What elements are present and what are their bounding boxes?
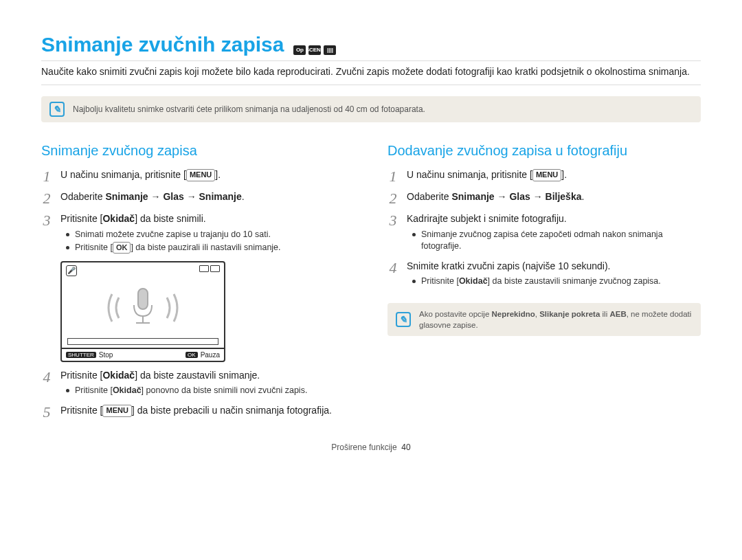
text: Odaberite (407, 191, 451, 202)
text: U načinu snimanja, pritisnite [ (60, 169, 186, 180)
footer-section: Proširene funkcije (331, 443, 396, 452)
mode-icon-scene: SCENE (308, 45, 321, 55)
step-body: Odaberite Snimanje → Glas → Bilješka. (407, 190, 701, 207)
left-column: Snimanje zvučnog zapisa 1 U načinu snima… (41, 143, 355, 426)
left-step-3: 3 Pritisnite [Okidač] da biste snimili. … (41, 212, 355, 256)
right-column: Dodavanje zvučnog zapisa u fotografiju 1… (387, 143, 701, 426)
text: ] da biste zaustavili snimanje. (135, 370, 260, 381)
step-number: 2 (387, 190, 398, 207)
note-icon: ✎ (49, 102, 65, 117)
step-number: 2 (41, 190, 52, 207)
bullets: Pritisnite [Okidač] ponovno da biste sni… (60, 385, 355, 397)
text-bold: Okidač (102, 370, 135, 381)
page: Snimanje zvučnih zapisa Op SCENE |||| Na… (0, 0, 742, 452)
left-step-4: 4 Pritisnite [Okidač] da biste zaustavil… (41, 369, 355, 399)
left-heading: Snimanje zvučnog zapisa (41, 143, 355, 159)
step-body: Pritisnite [Okidač] da biste snimili. Sn… (60, 212, 355, 256)
bullets: Snimanje zvučnog zapisa ćete započeti od… (407, 229, 701, 253)
stop-label: Stop (99, 351, 113, 359)
text-bold: Snimanje → Glas → Snimanje (105, 191, 241, 202)
left-step-1: 1 U načinu snimanja, pritisnite [MENU]. (41, 168, 355, 185)
progress-bar (67, 338, 218, 345)
left-step-5: 5 Pritisnite [MENU] da biste prebacili u… (41, 404, 355, 421)
step-number: 3 (41, 212, 52, 256)
menu-button-label: MENU (186, 169, 215, 181)
text: Kadrirajte subjekt i snimite fotografiju… (407, 213, 567, 224)
step-number: 5 (41, 404, 52, 421)
text: Pritisnite [ (60, 405, 102, 416)
tip-text: Najbolju kvalitetu snimke ostvariti ćete… (73, 104, 425, 114)
mic-area (62, 276, 224, 338)
progress-row: 00:00:01 (62, 338, 224, 348)
menu-button-label: MENU (102, 405, 131, 416)
mode-icon-dis: |||| (324, 45, 336, 55)
text-bold: Okidač (102, 213, 135, 224)
step-body: U načinu snimanja, pritisnite [MENU]. (407, 168, 701, 185)
columns: Snimanje zvučnog zapisa 1 U načinu snima… (41, 143, 701, 426)
step-number: 4 (41, 369, 52, 399)
text: Pritisnite [Okidač] ponovno da biste sni… (75, 385, 307, 397)
page-number: 40 (401, 443, 410, 452)
step-number: 4 (387, 260, 398, 289)
text: Snimati možete zvučne zapise u trajanju … (75, 229, 271, 241)
text: U načinu snimanja, pritisnite [ (407, 169, 532, 180)
bullet: Pritisnite [OK] da biste pauzirali ili n… (66, 242, 355, 254)
mode-icon-p: Op (293, 45, 306, 55)
text: ] da biste prebacili u način snimanja fo… (132, 405, 332, 416)
note-icon: ✎ (396, 312, 411, 327)
step-body: Pritisnite [MENU] da biste prebacili u n… (60, 404, 355, 421)
text: Pritisnite [OK] da biste pauzirali ili n… (75, 242, 281, 254)
bullet: Pritisnite [Okidač] da biste zaustavili … (412, 276, 701, 288)
bullet: Pritisnite [Okidač] ponovno da biste sni… (66, 385, 355, 397)
screen-bottombar: SHUTTERStop OKPauza (62, 348, 224, 361)
step-body: U načinu snimanja, pritisnite [MENU]. (60, 168, 355, 185)
step-body: Kadrirajte subjekt i snimite fotografiju… (407, 212, 701, 254)
svg-rect-0 (138, 289, 148, 309)
step-body: Pritisnite [Okidač] da biste zaustavili … (60, 369, 355, 399)
text: Pritisnite [Okidač] da biste zaustavili … (421, 276, 661, 288)
bullet: Snimati možete zvučne zapise u trajanju … (66, 229, 355, 241)
right-step-2: 2 Odaberite Snimanje → Glas → Bilješka. (387, 190, 701, 207)
text: ]. (561, 169, 567, 180)
warning-box: ✎ Ako postavite opcije Neprekidno, Slika… (387, 303, 701, 336)
text: Odaberite (60, 191, 105, 202)
shutter-stop: SHUTTERStop (62, 349, 117, 361)
ok-button-label: OK (113, 242, 131, 254)
text: ]. (215, 169, 221, 180)
step-number: 3 (387, 212, 398, 254)
step-number: 1 (387, 168, 398, 185)
mode-icons: Op SCENE |||| (293, 45, 336, 55)
text: . (581, 191, 584, 202)
text: Pritisnite [ (60, 213, 102, 224)
bullets: Pritisnite [Okidač] da biste zaustavili … (407, 276, 701, 288)
right-step-4: 4 Snimite kratki zvučni zapis (najviše 1… (387, 260, 701, 289)
bullet: Snimanje zvučnog zapisa ćete započeti od… (412, 229, 701, 253)
ok-pause: OKPauza (181, 349, 224, 361)
shutter-label: SHUTTER (66, 352, 96, 358)
ok-label: OK (186, 352, 198, 358)
microphone-icon (85, 280, 201, 335)
step-number: 1 (41, 168, 52, 185)
right-step-1: 1 U načinu snimanja, pritisnite [MENU]. (387, 168, 701, 185)
screen-illustration: 🎤 (60, 261, 225, 362)
battery-icon (199, 265, 220, 276)
page-title: Snimanje zvučnih zapisa (41, 33, 284, 56)
text: ] da biste snimili. (135, 213, 205, 224)
step-body: Odaberite Snimanje → Glas → Snimanje. (60, 190, 355, 207)
menu-button-label: MENU (532, 169, 561, 181)
right-heading: Dodavanje zvučnog zapisa u fotografiju (387, 143, 701, 159)
step-body: Snimite kratki zvučni zapis (najviše 10 … (407, 260, 701, 289)
text: Snimite kratki zvučni zapis (najviše 10 … (407, 260, 610, 271)
footer: Proširene funkcije 40 (41, 443, 701, 452)
text: Pritisnite [ (60, 370, 102, 381)
mic-mode-icon: 🎤 (66, 265, 77, 276)
text: Snimanje zvučnog zapisa ćete započeti od… (421, 229, 701, 253)
text: . (242, 191, 245, 202)
intro-text: Naučite kako snimiti zvučni zapis koji m… (41, 60, 701, 85)
pause-label: Pauza (201, 351, 220, 359)
bullets: Snimati možete zvučne zapise u trajanju … (60, 229, 355, 254)
right-step-3: 3 Kadrirajte subjekt i snimite fotografi… (387, 212, 701, 254)
left-step-2: 2 Odaberite Snimanje → Glas → Snimanje. (41, 190, 355, 207)
screen-topbar: 🎤 (62, 262, 224, 276)
title-row: Snimanje zvučnih zapisa Op SCENE |||| (41, 33, 701, 56)
